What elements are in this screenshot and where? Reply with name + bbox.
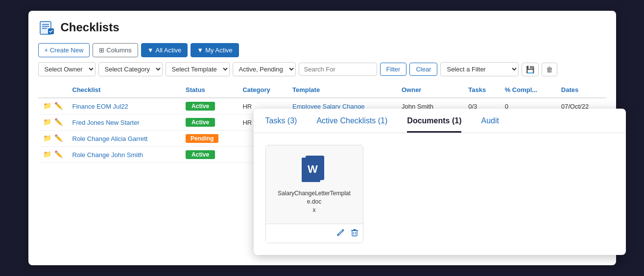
status-cell: Pending	[181, 131, 238, 147]
search-input[interactable]	[299, 63, 377, 76]
checklist-link[interactable]: Finance EOM Jul22	[72, 103, 128, 110]
detail-content: W SalaryChangeLetterTemplate.doc x	[254, 133, 626, 255]
status-select[interactable]: Active, Pending	[233, 62, 296, 76]
row-icons: 📁 ✏️	[38, 131, 68, 145]
trash-doc-icon	[350, 228, 359, 237]
row-icons: 📁 ✏️	[38, 147, 68, 161]
doc-filename: SalaryChangeLetterTemplate.doc x	[276, 189, 353, 214]
save-filter-button[interactable]: 💾	[522, 63, 539, 76]
tab-tasks[interactable]: Tasks (3)	[265, 116, 297, 133]
col-status[interactable]: Status	[181, 82, 238, 98]
delete-filter-button[interactable]: 🗑	[542, 63, 557, 76]
status-cell: Active	[181, 147, 238, 163]
table-header-row: Checklist Status Category Template Owner…	[38, 82, 606, 98]
checklist-link[interactable]: Role Change Alicia Garrett	[72, 135, 148, 142]
edit-row-icon[interactable]: ✏️	[54, 150, 63, 158]
tab-audit[interactable]: Audit	[481, 116, 499, 133]
checklist-name[interactable]: Fred Jones New Starter	[68, 115, 181, 131]
word-file-icon: W	[302, 155, 327, 184]
detail-panel: Tasks (3) Active Checklists (1) Document…	[254, 109, 626, 255]
checklist-icon	[38, 19, 56, 36]
checklist-name[interactable]: Finance EOM Jul22	[68, 98, 181, 115]
page-header: Checklists	[38, 19, 606, 36]
category-select[interactable]: Select Category	[98, 62, 163, 76]
col-owner[interactable]: Owner	[397, 82, 463, 98]
page-title: Checklists	[61, 21, 119, 34]
save-icon: 💾	[526, 66, 534, 73]
row-icons: 📁 ✏️	[38, 98, 68, 113]
status-badge: Active	[186, 150, 215, 159]
template-select[interactable]: Select Template	[166, 62, 230, 76]
columns-icon: ⊞	[99, 46, 104, 54]
folder-icon[interactable]: 📁	[43, 134, 51, 142]
trash-icon: 🗑	[546, 66, 553, 73]
tab-active-checklists[interactable]: Active Checklists (1)	[316, 116, 387, 133]
status-cell: Active	[181, 98, 238, 115]
col-category[interactable]: Category	[238, 82, 287, 98]
edit-doc-button[interactable]	[336, 228, 345, 239]
edit-row-icon[interactable]: ✏️	[54, 118, 63, 126]
checklist-link[interactable]: Role Change John Smith	[72, 151, 143, 159]
col-dates[interactable]: Dates	[556, 82, 606, 98]
svg-text:W: W	[308, 163, 318, 175]
edit-row-icon[interactable]: ✏️	[54, 134, 63, 142]
detail-tabs: Tasks (3) Active Checklists (1) Document…	[254, 109, 626, 133]
status-badge: Active	[186, 102, 215, 111]
svg-rect-9	[352, 230, 357, 236]
doc-actions	[266, 224, 363, 243]
toolbar: + Create New ⊞ Columns ▼ All Active ▼ My…	[38, 43, 606, 57]
filter-button[interactable]: Filter	[380, 63, 407, 76]
select-filter-select[interactable]: Select a Filter	[440, 62, 519, 76]
status-badge: Active	[186, 118, 215, 127]
doc-preview: W SalaryChangeLetterTemplate.doc x	[266, 145, 363, 224]
edit-icon	[336, 228, 345, 237]
create-new-button[interactable]: + Create New	[38, 43, 90, 57]
col-checklist[interactable]: Checklist	[68, 82, 181, 98]
col-select	[38, 82, 68, 98]
folder-icon[interactable]: 📁	[43, 150, 51, 158]
my-active-button[interactable]: ▼ My Active	[191, 43, 239, 57]
col-completion[interactable]: % Compl...	[500, 82, 556, 98]
tab-documents[interactable]: Documents (1)	[407, 116, 461, 133]
status-badge: Pending	[186, 134, 218, 143]
all-active-button[interactable]: ▼ All Active	[141, 43, 188, 57]
status-cell: Active	[181, 115, 238, 131]
edit-row-icon[interactable]: ✏️	[54, 102, 63, 110]
filter-icon-all: ▼	[147, 46, 154, 54]
columns-button[interactable]: ⊞ Columns	[93, 43, 138, 57]
owner-select[interactable]: Select Owner	[38, 62, 95, 76]
filter-row: Select Owner Select Category Select Temp…	[38, 62, 606, 76]
checklist-name[interactable]: Role Change John Smith	[68, 147, 181, 163]
col-tasks[interactable]: Tasks	[463, 82, 500, 98]
col-template[interactable]: Template	[287, 82, 397, 98]
delete-doc-button[interactable]	[350, 228, 359, 239]
row-icons: 📁 ✏️	[38, 115, 68, 129]
folder-icon[interactable]: 📁	[43, 118, 51, 126]
checklist-name[interactable]: Role Change Alicia Garrett	[68, 131, 181, 147]
folder-icon[interactable]: 📁	[43, 102, 51, 110]
document-card: W SalaryChangeLetterTemplate.doc x	[265, 145, 363, 243]
checklist-link[interactable]: Fred Jones New Starter	[72, 119, 140, 126]
clear-button[interactable]: Clear	[409, 63, 437, 76]
filter-icon-my: ▼	[197, 46, 203, 54]
